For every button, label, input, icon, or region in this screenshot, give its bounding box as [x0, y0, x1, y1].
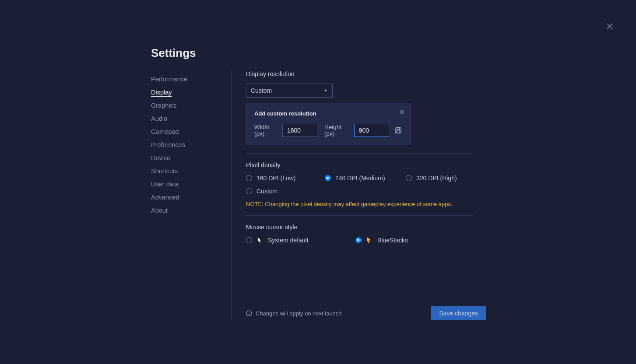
cursor-option-bluestacks[interactable]: BlueStacks	[355, 237, 443, 244]
sidebar-item-audio[interactable]: Audio	[151, 112, 232, 125]
pixel-density-options: 160 DPI (Low) 240 DPI (Medium) 320 DPI (…	[246, 175, 486, 195]
sidebar-item-performance[interactable]: Performance	[151, 73, 232, 86]
save-resolution-icon[interactable]	[394, 126, 403, 135]
dpi-option-label: 240 DPI (Medium)	[335, 175, 385, 182]
sidebar-item-gamepad[interactable]: Gamepad	[151, 125, 232, 138]
sidebar-item-graphics[interactable]: Graphics	[151, 99, 232, 112]
cursor-option-system[interactable]: System default	[246, 237, 355, 244]
settings-footer: Changes will apply on next launch Save c…	[246, 306, 486, 320]
radio-icon	[246, 188, 252, 194]
svg-rect-6	[397, 131, 400, 133]
cursor-style-options: System default BlueStacks	[246, 237, 486, 244]
page-title: Settings	[151, 46, 196, 60]
pixel-density-label: Pixel density	[246, 161, 486, 168]
sidebar-item-device[interactable]: Device	[151, 151, 232, 164]
svg-rect-4	[396, 128, 401, 133]
height-label: Height (px)	[324, 124, 350, 137]
radio-icon	[355, 237, 362, 243]
dpi-option-label: 320 DPI (High)	[416, 175, 457, 182]
radio-icon	[246, 237, 252, 243]
dpi-option-label: 160 DPI (Low)	[257, 175, 295, 182]
display-settings-panel: Display resolution Custom Add custom res…	[246, 70, 486, 244]
sidebar-item-advanced[interactable]: Advanced	[151, 191, 232, 204]
cursor-system-icon	[257, 237, 264, 244]
sidebar-item-shortcuts[interactable]: Shortcuts	[151, 164, 232, 178]
sidebar-divider	[232, 70, 232, 320]
chevron-down-icon	[323, 88, 328, 93]
dpi-option-240[interactable]: 240 DPI (Medium)	[325, 175, 406, 182]
radio-icon	[246, 175, 252, 181]
svg-point-9	[249, 312, 249, 312]
pixel-density-note: NOTE: Changing the pixel density may aff…	[246, 201, 486, 207]
radio-icon	[325, 175, 331, 181]
save-changes-button[interactable]: Save changes	[431, 306, 486, 320]
cursor-option-label: BlueStacks	[377, 237, 408, 244]
cursor-bluestacks-icon	[366, 237, 373, 244]
footer-note: Changes will apply on next launch	[256, 310, 342, 317]
dpi-option-label: Custom	[257, 188, 278, 195]
sidebar-item-user-data[interactable]: User data	[151, 178, 232, 191]
svg-rect-5	[397, 128, 400, 130]
dpi-option-320[interactable]: 320 DPI (High)	[406, 175, 471, 182]
width-input[interactable]	[282, 124, 317, 137]
info-icon	[246, 310, 252, 316]
custom-resolution-title: Add custom resolution	[254, 110, 403, 117]
sidebar-item-preferences[interactable]: Preferences	[151, 138, 232, 151]
close-icon[interactable]	[399, 109, 404, 115]
resolution-select-value: Custom	[251, 87, 272, 94]
dpi-option-160[interactable]: 160 DPI (Low)	[246, 175, 325, 182]
custom-resolution-panel: Add custom resolution Width (px) Height …	[246, 103, 411, 145]
width-label: Width (px)	[254, 124, 278, 137]
height-input[interactable]	[354, 124, 389, 137]
resolution-label: Display resolution	[246, 70, 486, 77]
cursor-option-label: System default	[268, 237, 309, 244]
radio-icon	[406, 175, 412, 181]
close-icon[interactable]	[606, 23, 613, 30]
cursor-style-label: Mouse cursor style	[246, 224, 486, 231]
resolution-select[interactable]: Custom	[246, 84, 333, 98]
sidebar-item-about[interactable]: About	[151, 204, 232, 217]
sidebar-item-display[interactable]: Display	[151, 86, 232, 99]
section-divider	[246, 153, 473, 154]
settings-sidebar: Performance Display Graphics Audio Gamep…	[151, 73, 232, 217]
section-divider	[246, 215, 473, 216]
dpi-option-custom[interactable]: Custom	[246, 188, 325, 195]
